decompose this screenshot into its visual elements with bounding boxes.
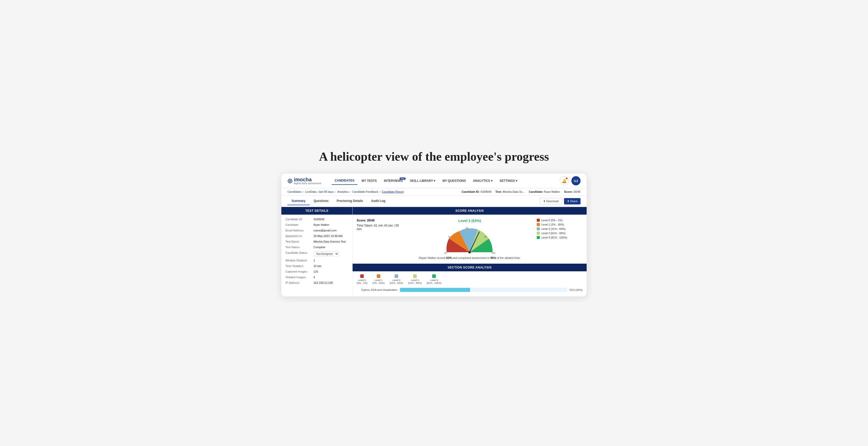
svg-text:100: 100	[492, 252, 495, 254]
bar-track-python	[400, 288, 567, 292]
detail-row-candidate-id: Candidate ID: 4169648	[285, 218, 348, 221]
logo-text-group: imocha digital skills assessment	[294, 177, 321, 185]
detail-label-windowviolation: Window Violation:	[285, 259, 313, 262]
section-legend-box-2	[395, 274, 398, 278]
notification-bell[interactable]: 🔔	[560, 176, 569, 185]
bar-fill-python	[400, 288, 470, 292]
breadcrumb-analytics[interactable]: Analytics	[337, 190, 348, 193]
detail-row-email: Email Address: ryanw@gmail.com	[285, 229, 348, 232]
detail-label-capturedimages: Captured Images:	[285, 270, 313, 273]
breadcrumb-candidates[interactable]: Candidates	[287, 190, 302, 193]
section-legend-level3: Level 3(61% - 80%)	[408, 274, 422, 284]
score-line-time: Time Taken: 61 min 43 sec / 65 min	[356, 224, 402, 231]
detail-value-candidate-id: 4169648	[313, 218, 324, 221]
bar-label-python: Python, EDA and Visualization	[356, 288, 397, 291]
candidate-meta-bar: Candidate ID: 4169648 Test: iMocha Data …	[462, 190, 581, 193]
logo-sub: digital skills assessment	[294, 182, 321, 185]
score-analysis-content: Score: 20/45 Time Taken: 61 min 43 sec /…	[352, 215, 587, 263]
nav-item-interviews[interactable]: INTERVIEWS New	[381, 177, 406, 185]
score-info: Score: 20/45 Time Taken: 61 min 43 sec /…	[356, 219, 402, 232]
tab-group: Summary Questions Proctoring Details Aud…	[287, 197, 390, 205]
candidate-status-select[interactable]: Not Assigned Assigned Shortlisted Reject…	[313, 251, 339, 256]
navbar: ◎ imocha digital skills assessment CANDI…	[281, 174, 587, 188]
test-details-panel: TEST DETAILS Candidate ID: 4169648 Candi…	[281, 207, 352, 296]
detail-row-teststatus: Test Status: Complete	[285, 246, 348, 249]
action-buttons: ⬇ Download ⬆ Share	[540, 198, 581, 205]
detail-label-candidate: Candidate:	[285, 223, 313, 226]
gauge-summary: Rayan Walker scored 63% and completed as…	[419, 256, 521, 259]
section-legend-label-1: Level 1(2% - 30%)	[372, 279, 385, 284]
legend-label-level0: Level 0 (0% - 1%)	[541, 219, 562, 222]
legend-dot-level2	[537, 227, 540, 230]
detail-value-windowviolation: 1	[313, 259, 315, 262]
breadcrumb-livedata[interactable]: LiveData - last 90 days	[305, 190, 334, 193]
section-score-content: Level 0(0% - 1%) Level 1(2% - 30%) Level…	[352, 271, 587, 296]
breadcrumb-feedback[interactable]: Candidate Feedback	[352, 190, 378, 193]
bar-score-python: 5/12 (42%)	[569, 288, 583, 291]
detail-value-violatedimages: 4	[313, 276, 315, 279]
detail-label-teststatus: Test Status:	[285, 246, 313, 249]
legend-dot-level3	[537, 232, 540, 235]
app-container: ◎ imocha digital skills assessment CANDI…	[281, 174, 587, 296]
section-score-header: SECTION SCORE ANALYSIS	[352, 264, 587, 271]
legend-level0: Level 0 (0% - 1%)	[537, 219, 583, 222]
legend-dot-level4	[537, 236, 540, 239]
gauge-title: Level 3 (63%)	[458, 219, 481, 223]
test-details-table: Candidate ID: 4169648 Candidate: Ryan Wa…	[281, 215, 352, 290]
score-analysis-header: SCORE ANALYSIS	[352, 207, 587, 215]
test-details-header: TEST DETAILS	[281, 207, 352, 215]
section-legend-label-4: Level 4(81% - 100%)	[427, 279, 441, 284]
nav-item-skilllibrary[interactable]: SKILL LIBRARY ▾	[407, 177, 439, 185]
breadcrumb: Candidates > LiveData - last 90 days > A…	[287, 190, 404, 193]
avatar[interactable]: UJ	[571, 176, 581, 185]
detail-value-ip: 162.158.22.140	[313, 281, 333, 284]
nav-item-mytests[interactable]: MY TESTS	[359, 177, 380, 185]
nav-item-candidates[interactable]: CANDIDATES	[332, 177, 358, 185]
nav-item-settings[interactable]: SETTINGS ▾	[497, 177, 520, 185]
download-button[interactable]: ⬇ Download	[540, 198, 562, 205]
action-bar: Summary Questions Proctoring Details Aud…	[281, 195, 587, 207]
tab-proctoring[interactable]: Proctoring Details	[333, 197, 367, 205]
section-legend-level2: Level 2(31% - 60%)	[390, 274, 403, 284]
detail-label-email: Email Address:	[285, 229, 313, 232]
nav-item-analytics[interactable]: ANALYTICS ▾	[470, 177, 496, 185]
section-legend-box-1	[377, 274, 380, 278]
legend-dot-level0	[537, 219, 540, 222]
score-analysis-section: SCORE ANALYSIS Score: 20/45 Time Taken: …	[352, 207, 587, 264]
section-legend-label-0: Level 0(0% - 1%)	[356, 279, 367, 284]
detail-row-candidate: Candidate: Ryan Walker	[285, 223, 348, 226]
legend-level4: Level 4 (81% - 100%)	[537, 236, 583, 239]
meta-score: Score: 20/45	[564, 190, 581, 193]
detail-label-appeared: Appeared on:	[285, 234, 313, 237]
section-legend-box-4	[432, 274, 436, 278]
legend-label-level2: Level 2 (31% - 60%)	[541, 227, 565, 230]
detail-label-timeviolation: Time Violation:	[285, 264, 313, 267]
svg-point-1	[468, 251, 471, 254]
detail-row-timeviolation: Time Violation: 10 sec	[285, 264, 348, 267]
meta-test: Test: iMocha Data Sc...	[495, 190, 525, 193]
meta-candidate: Candidate: Ryan Walker	[529, 190, 560, 193]
detail-value-timeviolation: 10 sec	[313, 264, 321, 267]
detail-row-testname: Test Name: iMocha Data Science Test	[285, 240, 348, 243]
detail-row-appeared: Appeared on: 29-May-2021 10:46 AM	[285, 234, 348, 237]
breadcrumb-report[interactable]: Candidate Report	[382, 190, 404, 193]
detail-label-testname: Test Name:	[285, 240, 313, 243]
detail-row-ip: IP Address: 162.158.22.140	[285, 281, 348, 284]
nav-item-myquestions[interactable]: MY QUESTIONS	[439, 177, 469, 185]
score-legend: Level 0 (0% - 1%) Level 1 (2% - 30%) Lev…	[537, 219, 583, 240]
logo-area: ◎ imocha digital skills assessment	[287, 177, 321, 185]
share-button[interactable]: ⬆ Share	[564, 198, 581, 204]
detail-value-email: ryanw@gmail.com	[313, 229, 337, 232]
tab-summary[interactable]: Summary	[287, 197, 310, 205]
detail-value-candidate: Ryan Walker	[313, 223, 330, 226]
tab-questions[interactable]: Questions	[310, 197, 333, 205]
page-heading: A helicopter view of the employee's prog…	[319, 150, 549, 163]
detail-label-candidatestatus: Candidate Status:	[285, 251, 313, 256]
breadcrumb-sep-4: >	[379, 190, 380, 193]
section-score-legend: Level 0(0% - 1%) Level 1(2% - 30%) Level…	[356, 274, 583, 284]
svg-text:81: 81	[484, 235, 487, 238]
breadcrumb-sep-3: >	[349, 190, 351, 193]
legend-label-level3: Level 3 (61% - 80%)	[541, 232, 565, 235]
detail-row-violatedimages: Violated Images: 4	[285, 276, 348, 279]
tab-auditlog[interactable]: Audit Log	[367, 197, 390, 205]
